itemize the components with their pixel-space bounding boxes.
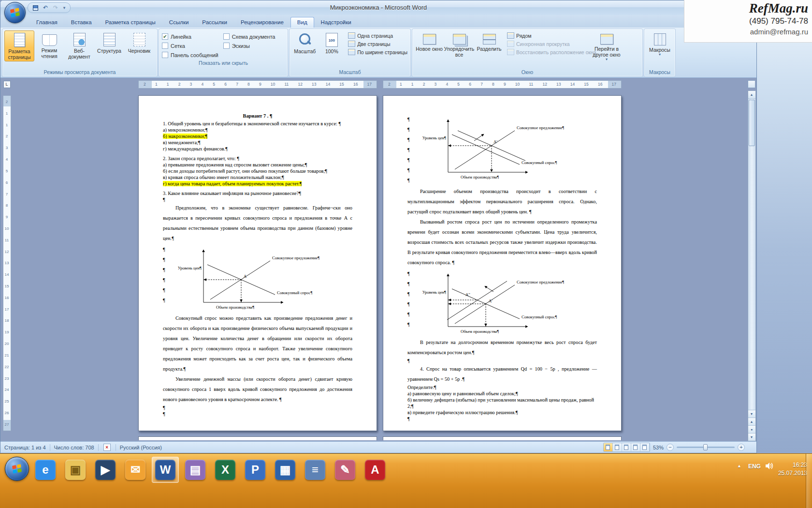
print-layout-icon bbox=[14, 33, 25, 47]
checkbox-Схема документа[interactable]: Схема документа bbox=[223, 32, 276, 41]
page-indicator[interactable]: Страница: 1 из 4 bbox=[4, 445, 46, 450]
taskbar-file-manager[interactable]: ▦ bbox=[272, 457, 299, 483]
ruler-number: 14 bbox=[326, 82, 330, 87]
zoom-button[interactable]: Масштаб bbox=[291, 30, 319, 56]
taskbar-internet-explorer[interactable]: e bbox=[32, 457, 59, 483]
h-ruler-right[interactable]: 211234567891011121314151617 bbox=[383, 80, 622, 89]
view-button-draft[interactable] bbox=[640, 443, 650, 451]
checkbox-box bbox=[223, 33, 230, 40]
taskbar-outlook[interactable]: ✉ bbox=[122, 457, 149, 483]
tab-Рассылки[interactable]: Рассылки bbox=[195, 17, 234, 28]
group-label-document-views: Режимы просмотра документа bbox=[2, 69, 157, 76]
start-button[interactable] bbox=[5, 457, 29, 481]
view-side-by-side-button[interactable]: Рядом bbox=[507, 32, 586, 39]
zoom-level[interactable]: 53% bbox=[653, 445, 664, 450]
previous-page-button[interactable]: ▲ bbox=[748, 418, 755, 425]
taskbar-powerpoint[interactable]: P bbox=[242, 457, 269, 483]
ruler-number: 10 bbox=[271, 82, 275, 87]
office-button[interactable] bbox=[4, 2, 26, 23]
checkbox-Сетка[interactable]: Сетка bbox=[162, 41, 218, 50]
tab-stop-selector[interactable]: L bbox=[3, 81, 11, 88]
two-pages-button[interactable]: Две страницы bbox=[348, 41, 407, 47]
ruler-number: 2 bbox=[6, 100, 8, 104]
zoom-slider-thumb[interactable] bbox=[703, 444, 708, 450]
clock[interactable]: 16:23 25.07.2013 bbox=[778, 461, 807, 478]
word-count[interactable]: Число слов: 708 bbox=[54, 445, 94, 450]
view-button-full-screen-reading[interactable] bbox=[613, 443, 622, 451]
v-ruler[interactable]: 2112345678910111213141516171819202122232… bbox=[3, 95, 11, 431]
tab-Вставка[interactable]: Вставка bbox=[64, 17, 99, 28]
taskbar-winrar[interactable]: ▤ bbox=[182, 457, 209, 483]
show-hide-col-2: Схема документаЭскизы bbox=[223, 32, 276, 60]
zoom-out-button[interactable]: − bbox=[667, 444, 674, 451]
undo-icon: ↶ bbox=[43, 4, 48, 11]
document-page-1[interactable]: Вариант 7 . ¶1. Общий уровень цен и безр… bbox=[138, 95, 377, 431]
language-indicator[interactable]: Русский (Россия) bbox=[120, 445, 162, 450]
qat-customize-button[interactable]: ▾ bbox=[61, 3, 67, 12]
tab-Надстройки[interactable]: Надстройки bbox=[314, 17, 358, 28]
tab-Разметка страницы[interactable]: Разметка страницы bbox=[99, 17, 162, 28]
checkbox-box bbox=[162, 52, 168, 58]
tab-Главная[interactable]: Главная bbox=[29, 17, 64, 28]
taskbar-paint[interactable]: ✎ bbox=[332, 457, 359, 483]
taskbar-excel[interactable]: X bbox=[212, 457, 239, 483]
taskbar-word[interactable]: W bbox=[152, 457, 179, 483]
redo-button[interactable]: ↷ bbox=[51, 3, 60, 12]
document-page-2[interactable]: ¶¶¶¶¶¶¶Уровень цен¶Объем производства¶Со… bbox=[383, 95, 622, 431]
print-layout-button[interactable]: Разметка страницы bbox=[4, 30, 34, 61]
view-button-web-layout[interactable] bbox=[622, 443, 631, 451]
reading-mode-button[interactable]: Режим чтения bbox=[34, 30, 64, 60]
zoom-100-button[interactable]: 100% bbox=[319, 30, 346, 56]
vertical-scrollbar[interactable]: ▲ ▼ ▲ ● ▼ bbox=[748, 90, 756, 441]
zoom-slider[interactable] bbox=[677, 447, 735, 448]
doc-gap bbox=[163, 152, 352, 155]
next-page-button[interactable]: ▼ bbox=[748, 433, 755, 441]
zoom-in-button[interactable]: + bbox=[738, 444, 745, 451]
split-button[interactable]: Разделить bbox=[474, 30, 504, 53]
scrollbar-thumb[interactable] bbox=[749, 100, 755, 146]
reset-window-position-button[interactable]: Восстановить расположение окна bbox=[507, 49, 586, 55]
outline-button[interactable]: Структура bbox=[94, 30, 124, 55]
select-browse-object-button[interactable]: ● bbox=[748, 425, 755, 433]
draft-button[interactable]: Черновик bbox=[124, 30, 154, 55]
doc-line: ¶ bbox=[407, 358, 597, 364]
proofing-errors-icon[interactable]: × bbox=[103, 444, 111, 451]
tab-Рецензирование[interactable]: Рецензирование bbox=[234, 17, 290, 28]
tab-Ссылки[interactable]: Ссылки bbox=[162, 17, 196, 28]
language-bar[interactable]: ENG bbox=[748, 461, 761, 470]
checkbox-Панель сообщений[interactable]: Панель сообщений bbox=[162, 50, 218, 60]
web-layout-icon bbox=[73, 33, 86, 46]
taskbar-media-player[interactable]: ▶ bbox=[92, 457, 119, 483]
h-ruler-left[interactable]: 211234567891011121314151617 bbox=[138, 80, 377, 89]
tab-Вид[interactable]: Вид bbox=[290, 17, 314, 28]
checkbox-box: ✔ bbox=[162, 33, 168, 40]
taskbar-windows-explorer[interactable]: ▣ bbox=[62, 457, 89, 483]
switch-windows-label: Перейти в другое окно bbox=[588, 46, 625, 58]
arrange-all-button[interactable]: Упорядочить все bbox=[444, 30, 474, 59]
page-width-button[interactable]: По ширине страницы bbox=[348, 49, 407, 55]
ruler-number: 23 bbox=[5, 376, 9, 381]
view-button-outline[interactable] bbox=[631, 443, 640, 451]
diagram-supply-label: Совокупное предложение¶ bbox=[517, 125, 564, 130]
doc-line: а) превышение предложения над спросом вы… bbox=[163, 162, 352, 168]
ruler-toggle-button[interactable] bbox=[748, 80, 755, 88]
new-window-button[interactable]: Новое окно bbox=[414, 30, 444, 53]
synchronous-scrolling-button[interactable]: Синхронная прокрутка bbox=[507, 41, 586, 47]
undo-button[interactable]: ↶ bbox=[41, 3, 50, 12]
checkbox-Эскизы[interactable]: Эскизы bbox=[223, 41, 276, 50]
web-layout-button[interactable]: Веб-документ bbox=[64, 30, 94, 61]
view-button-print-layout[interactable] bbox=[604, 443, 613, 451]
switch-windows-button[interactable]: Перейти в другое окно ▾ bbox=[587, 30, 626, 63]
volume-icon[interactable] bbox=[766, 461, 773, 471]
taskbar-calculator[interactable]: ≡ bbox=[302, 457, 329, 483]
scroll-up-button[interactable]: ▲ bbox=[748, 91, 755, 99]
hidden-icons-chevron[interactable]: ▲ bbox=[735, 461, 743, 471]
one-page-button[interactable]: Одна страница bbox=[348, 32, 407, 39]
scroll-down-button[interactable]: ▼ bbox=[748, 410, 755, 418]
save-button[interactable] bbox=[31, 3, 40, 12]
taskbar-adobe-reader[interactable]: A bbox=[362, 457, 389, 483]
ruler-number: 10 bbox=[5, 226, 9, 231]
checkbox-Линейка[interactable]: ✔Линейка bbox=[162, 32, 218, 41]
macros-button[interactable]: Макросы ▾ bbox=[646, 30, 673, 58]
show-desktop-button[interactable] bbox=[806, 454, 812, 508]
